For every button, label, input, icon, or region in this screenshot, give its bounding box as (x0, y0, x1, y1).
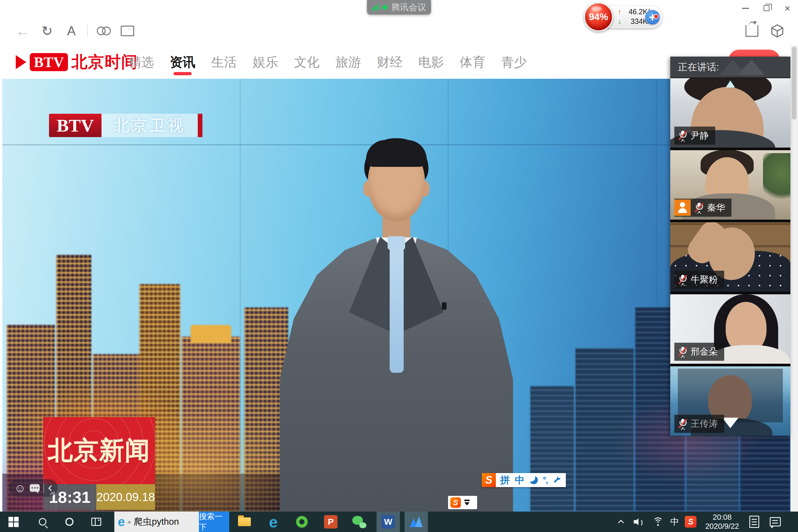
program-title: 北京新闻 (48, 434, 151, 468)
file-explorer-button[interactable] (234, 512, 254, 532)
cube-icon (770, 24, 784, 38)
memory-percent-ball[interactable]: 94% (584, 2, 613, 32)
wechat-button[interactable] (349, 512, 369, 532)
anchor-tie (390, 247, 404, 373)
meeting-title-pill[interactable]: 腾讯会议 (367, 0, 431, 15)
wrench-icon[interactable] (553, 476, 562, 484)
sogou-tray-button[interactable]: S (683, 512, 699, 532)
browser-360-icon (296, 516, 308, 528)
back-button[interactable]: ← (15, 22, 30, 40)
tab-youth[interactable]: 青少 (501, 45, 527, 79)
ime-pinyin-mode[interactable]: 拼 (500, 474, 510, 487)
wifi-button[interactable] (649, 512, 667, 532)
participant-tile-3[interactable]: 牛聚粉 (670, 222, 791, 292)
language-indicator[interactable]: 中 (667, 512, 682, 532)
action-center-button[interactable] (766, 512, 784, 532)
tab-sports[interactable]: 体育 (460, 45, 485, 79)
link-button[interactable] (96, 26, 112, 36)
tab-featured[interactable]: 精选 (128, 45, 154, 79)
upload-arrow-icon: ↑ (618, 7, 625, 16)
cortana-button[interactable] (61, 512, 78, 532)
comment-button[interactable] (30, 484, 40, 492)
moon-icon[interactable] (530, 476, 538, 484)
participant-nameplate: 邢金朵 (674, 343, 724, 361)
tab-culture[interactable]: 文化 (294, 45, 320, 79)
taskbar-search-box[interactable]: e 爬虫python (114, 512, 199, 532)
tab-news[interactable]: 资讯 (170, 45, 195, 79)
network-speed-widget[interactable]: 94% ↑ 46.2K/s ↓ 334K/s + (584, 3, 662, 30)
player-overlay-controls: ☺ ‹ (9, 479, 58, 497)
page-scrollbar[interactable] (791, 45, 798, 512)
word-button[interactable]: W (377, 512, 400, 532)
search-go-button[interactable]: 搜索一下 (199, 512, 229, 532)
browser-toolbar: ← ↻ A (0, 16, 798, 45)
taskbar-search-button[interactable] (34, 512, 51, 532)
font-button[interactable]: A (67, 24, 76, 38)
sogou-ime-toolbar: S 拼 中 °‚ (482, 473, 566, 487)
participant-name: 牛聚粉 (691, 273, 718, 286)
window-controls: × (735, 0, 798, 16)
tray-expand-button[interactable] (613, 512, 629, 532)
minimize-button[interactable] (735, 0, 756, 16)
sogou-mini-logo: S (450, 497, 461, 508)
notes-tray-button[interactable] (745, 512, 763, 532)
edge-button[interactable]: e (263, 512, 284, 532)
refresh-button[interactable]: ↻ (41, 23, 53, 39)
scroll-down-icon[interactable] (722, 418, 739, 428)
powerpoint-button[interactable]: P (321, 512, 341, 532)
emoji-button[interactable]: ☺ (14, 482, 26, 494)
browser-360-button[interactable] (292, 512, 312, 532)
videowall-seam (656, 79, 657, 512)
meeting-app-title: 腾讯会议 (391, 1, 426, 14)
scrollbar-thumb[interactable] (792, 47, 797, 119)
tab-life[interactable]: 生活 (211, 45, 237, 79)
participant-tile-2[interactable]: 秦华 (670, 150, 791, 220)
volume-button[interactable] (630, 512, 647, 532)
sogou-logo[interactable]: S (482, 473, 496, 487)
ime-collapse-control[interactable] (464, 500, 470, 506)
tab-travel[interactable]: 旅游 (336, 45, 361, 79)
start-button[interactable] (5, 512, 22, 532)
participant-tile-1[interactable]: 尹静 (670, 78, 791, 148)
tile-overlay (678, 369, 783, 422)
close-button[interactable]: × (777, 0, 798, 16)
collapse-button[interactable]: ‹ (48, 480, 52, 494)
participant-nameplate: 秦华 (674, 198, 732, 217)
tab-entertainment[interactable]: 娱乐 (252, 45, 278, 79)
ime-chinese-mode[interactable]: 中 (515, 474, 525, 487)
participant-tile-5[interactable]: 王传涛 (670, 366, 791, 436)
restore-button[interactable] (756, 0, 777, 16)
app-center-button[interactable] (770, 24, 784, 38)
task-view-button[interactable] (88, 512, 104, 532)
punctuation-icon[interactable]: °‚ (543, 475, 548, 485)
back-icon: ← (15, 22, 30, 40)
taskbar-clock[interactable]: 20:08 2020/9/22 (699, 512, 745, 532)
channel-watermark: BTV 北京卫视 (49, 114, 203, 137)
watermark-bar (198, 114, 203, 137)
participant-nameplate: 牛聚粉 (674, 271, 724, 289)
watermark-btv-logo: BTV (49, 114, 101, 137)
sogou-mini-bar[interactable]: S (448, 496, 477, 509)
meeting-app-button[interactable] (404, 512, 428, 532)
chevron-up-icon (618, 520, 624, 526)
site-logo[interactable]: BTV 北京时间 (16, 45, 138, 79)
add-button[interactable]: + (645, 10, 660, 24)
powerpoint-icon: P (324, 515, 338, 529)
dropdown-up-icon (127, 520, 131, 523)
notification-icon (770, 517, 781, 527)
participant-tile-4[interactable]: 邢金朵 (670, 294, 791, 364)
mic-muted-icon (679, 346, 687, 357)
wechat-icon (352, 515, 366, 528)
volume-icon (634, 518, 644, 526)
tab-movie[interactable]: 电影 (418, 45, 444, 79)
clock-time: 20:08 (712, 513, 732, 522)
window-manager-button[interactable] (121, 26, 134, 36)
chevron-down-icon (464, 502, 470, 506)
participant-list: 尹静 秦华 牛聚粉 (670, 78, 791, 436)
tab-finance[interactable]: 财经 (377, 45, 402, 79)
window-titlebar: 腾讯会议 × (0, 0, 798, 16)
taskbar: e 爬虫python 搜索一下 e P W 中 S 20:08 2020/9/2… (0, 512, 798, 532)
memory-percent: 94% (589, 12, 608, 22)
edge-icon: e (269, 514, 278, 530)
share-button[interactable] (745, 25, 758, 37)
